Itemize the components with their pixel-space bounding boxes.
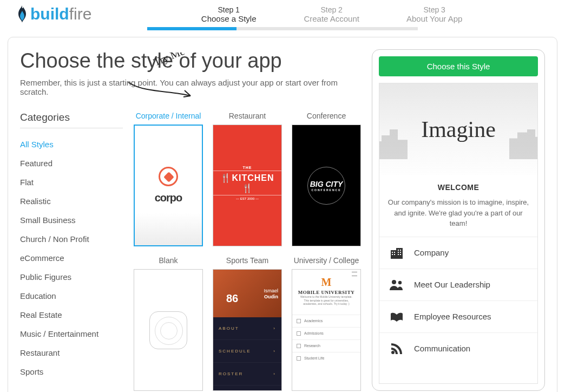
template-grid: Corporate / InternalcorpoRestaurantTHE🍴K…: [123, 112, 361, 391]
svg-rect-12: [400, 254, 401, 255]
svg-rect-9: [398, 252, 399, 253]
categories-panel: Categories All StylesFeaturedFlatRealist…: [20, 112, 123, 391]
preview-hero-title: Imagine: [421, 116, 496, 142]
company-icon: [389, 247, 404, 259]
preview-hero: Imagine: [379, 83, 537, 175]
template-name: Sports Team: [213, 256, 282, 266]
people-icon: [389, 279, 404, 291]
category-item[interactable]: Sports: [20, 362, 123, 381]
main-card: Choose the style of your app Remember, t…: [8, 37, 557, 392]
category-item[interactable]: Music / Entertainment: [20, 324, 123, 343]
rss-icon: [389, 343, 404, 355]
preview-menu: CompanyMeet Our LeadershipEmployee Resou…: [379, 237, 537, 364]
category-item[interactable]: eCommerce: [20, 249, 123, 267]
template-card[interactable]: ConferenceBIG CITYCONFERENCE: [292, 112, 361, 246]
svg-point-13: [392, 280, 396, 284]
svg-rect-1: [391, 250, 396, 259]
preview-menu-item[interactable]: Communication: [379, 332, 537, 364]
template-card[interactable]: University / CollegeMMOBILE UNIVERSITYWe…: [292, 256, 361, 391]
category-item[interactable]: Church / Non Profit: [20, 230, 123, 249]
progress-bar: [0, 24, 565, 37]
preview-menu-label: Employee Resources: [414, 312, 491, 321]
template-thumb: 86IsmaelOudinABOUT›SCHEDULE›ROSTER›: [213, 269, 282, 391]
category-item[interactable]: All Styles: [20, 135, 123, 154]
phone-preview: Imagine WELCOME Our company's mission is…: [379, 83, 538, 384]
book-icon: [389, 311, 404, 323]
template-card[interactable]: RestaurantTHE🍴KITCHEN🍴— EST 2000 —: [213, 112, 282, 246]
logo-text-2: fire: [69, 5, 92, 23]
category-item[interactable]: Realistic: [20, 192, 123, 211]
top-bar: buildfire Step 1 Choose a Style Step 2 C…: [0, 0, 565, 24]
page-subtitle: Remember, this is just a starting point.…: [20, 78, 361, 96]
svg-point-14: [398, 280, 402, 284]
logo[interactable]: buildfire: [15, 4, 91, 24]
template-thumb: BIG CITYCONFERENCE: [292, 125, 361, 246]
category-item[interactable]: Restaurant: [20, 343, 123, 362]
wizard-steps: Step 1 Choose a Style Step 2 Create Acco…: [113, 5, 550, 23]
preview-menu-item[interactable]: Meet Our Leadership: [379, 269, 537, 300]
template-thumb: THE🍴KITCHEN🍴— EST 2000 —: [213, 125, 282, 246]
svg-rect-8: [400, 250, 401, 251]
category-item[interactable]: Real Estate: [20, 305, 123, 324]
preview-menu-label: Communication: [414, 344, 470, 353]
template-card[interactable]: Sports Team86IsmaelOudinABOUT›SCHEDULE›R…: [213, 256, 282, 391]
category-item[interactable]: Flat: [20, 173, 123, 192]
step-2[interactable]: Step 2 Create Account: [291, 5, 372, 23]
template-name: Blank: [134, 256, 203, 266]
template-thumb: corpo: [134, 125, 203, 246]
flame-icon: [15, 4, 29, 24]
choose-style-button[interactable]: Choose this Style: [379, 56, 538, 76]
category-item[interactable]: Featured: [20, 154, 123, 173]
svg-rect-7: [398, 250, 399, 251]
template-card[interactable]: Corporate / Internalcorpo: [134, 112, 203, 246]
category-item[interactable]: Public Figures: [20, 267, 123, 286]
preview-welcome: WELCOME Our company's mission is to imag…: [379, 175, 537, 237]
preview-welcome-body: Our company's mission is to imagine, ins…: [387, 197, 530, 229]
preview-welcome-header: WELCOME: [387, 183, 530, 192]
svg-rect-4: [394, 252, 395, 253]
category-list: All StylesFeaturedFlatRealisticSmall Bus…: [20, 135, 123, 381]
svg-rect-11: [398, 254, 399, 255]
preview-menu-label: Company: [414, 248, 449, 257]
category-item[interactable]: Education: [20, 286, 123, 305]
page-title: Choose the style of your app: [20, 49, 361, 73]
template-name: Corporate / Internal: [134, 112, 203, 121]
preview-menu-item[interactable]: Employee Resources: [379, 300, 537, 332]
template-name: Restaurant: [213, 112, 282, 121]
preview-panel: Choose this Style Imagine WELCOME Our co…: [372, 49, 545, 391]
category-item[interactable]: Small Business: [20, 211, 123, 230]
template-thumb: MMOBILE UNIVERSITYWelcome to the Mobile …: [292, 269, 361, 391]
svg-rect-6: [394, 254, 395, 255]
categories-header: Categories: [20, 112, 123, 128]
step-1[interactable]: Step 1 Choose a Style: [188, 5, 270, 23]
step-3[interactable]: Step 3 About Your App: [394, 5, 475, 23]
preview-menu-item[interactable]: Company: [379, 237, 537, 269]
template-name: University / College: [292, 256, 361, 266]
svg-rect-10: [400, 252, 401, 253]
template-card[interactable]: Blank: [134, 256, 203, 391]
svg-rect-2: [396, 248, 403, 259]
svg-rect-3: [392, 252, 393, 253]
template-thumb: [134, 269, 203, 391]
svg-point-15: [391, 351, 395, 354]
template-name: Conference: [292, 112, 361, 121]
svg-rect-5: [392, 254, 393, 255]
preview-menu-label: Meet Our Leadership: [414, 280, 490, 289]
logo-text-1: build: [30, 5, 69, 23]
